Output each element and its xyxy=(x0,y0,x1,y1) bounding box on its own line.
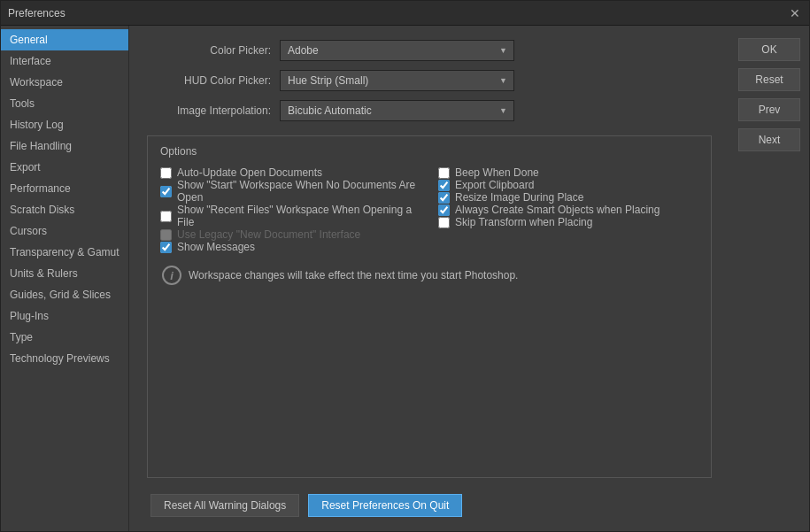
info-row: i Workspace changes will take effect the… xyxy=(160,266,698,285)
image-interpolation-row: Image Interpolation: Bicubic AutomaticPr… xyxy=(147,100,712,121)
info-icon: i xyxy=(162,266,181,285)
preferences-dialog: Preferences ✕ GeneralInterfaceWorkspaceT… xyxy=(0,0,810,532)
checkbox-label-left-4: Show Messages xyxy=(177,241,255,253)
checkbox-label-left-3: Use Legacy "New Document" Interface xyxy=(177,228,360,241)
image-interpolation-select[interactable]: Bicubic AutomaticPreserve Details 2.0Bic… xyxy=(280,100,514,121)
checkbox-label-left-0: Auto-Update Open Documents xyxy=(177,166,322,179)
checkbox-input-right-4[interactable] xyxy=(438,217,450,228)
sidebar-item-units---rulers[interactable]: Units & Rulers xyxy=(1,263,128,284)
options-left-col: Auto-Update Open DocumentsShow "Start" W… xyxy=(160,166,420,253)
sidebar-item-transparency---gamut[interactable]: Transparency & Gamut xyxy=(1,242,128,263)
options-right-col: Beep When DoneExport ClipboardResize Ima… xyxy=(438,166,698,253)
checkbox-label-right-4: Skip Transform when Placing xyxy=(455,216,592,228)
prev-button[interactable]: Prev xyxy=(738,98,800,121)
checkbox-right-1[interactable]: Export Clipboard xyxy=(438,179,698,191)
hud-color-picker-label: HUD Color Picker: xyxy=(147,74,280,87)
checkbox-right-2[interactable]: Resize Image During Place xyxy=(438,191,698,204)
main-panel: Color Picker: AdobeWindows HUD Color Pic… xyxy=(129,26,729,531)
hud-color-picker-select[interactable]: Hue Strip (Small)Hue Strip (Medium)Hue S… xyxy=(280,70,514,91)
sidebar-item-interface[interactable]: Interface xyxy=(1,50,128,72)
next-button[interactable]: Next xyxy=(738,128,800,151)
reset-warning-button[interactable]: Reset All Warning Dialogs xyxy=(150,494,299,517)
info-text: Workspace changes will take effect the n… xyxy=(189,269,518,281)
checkbox-left-4[interactable]: Show Messages xyxy=(160,241,420,253)
checkbox-right-3[interactable]: Always Create Smart Objects when Placing xyxy=(438,204,698,216)
checkbox-input-right-2[interactable] xyxy=(438,192,450,204)
hud-color-picker-select-wrapper[interactable]: Hue Strip (Small)Hue Strip (Medium)Hue S… xyxy=(280,70,514,91)
checkbox-input-left-1[interactable] xyxy=(160,186,172,197)
checkbox-label-left-2: Show "Recent Files" Workspace When Openi… xyxy=(177,204,420,228)
checkbox-left-0[interactable]: Auto-Update Open Documents xyxy=(160,166,420,179)
checkbox-label-right-2: Resize Image During Place xyxy=(455,191,583,204)
sidebar-item-export[interactable]: Export xyxy=(1,157,128,178)
sidebar-item-plug-ins[interactable]: Plug-Ins xyxy=(1,305,128,327)
close-button[interactable]: ✕ xyxy=(788,6,802,20)
ok-button[interactable]: OK xyxy=(738,38,800,61)
sidebar-item-guides--grid---slices[interactable]: Guides, Grid & Slices xyxy=(1,284,128,305)
reset-button[interactable]: Reset xyxy=(738,68,800,91)
right-buttons-panel: OK Reset Prev Next xyxy=(729,26,809,531)
title-bar: Preferences ✕ xyxy=(1,1,809,26)
sidebar-item-performance[interactable]: Performance xyxy=(1,178,128,199)
checkbox-input-left-0[interactable] xyxy=(160,167,172,179)
sidebar-item-cursors[interactable]: Cursors xyxy=(1,220,128,242)
color-picker-select-wrapper[interactable]: AdobeWindows xyxy=(280,40,514,61)
checkbox-input-right-3[interactable] xyxy=(438,204,450,216)
sidebar-item-technology-previews[interactable]: Technology Previews xyxy=(1,348,128,369)
dialog-content: GeneralInterfaceWorkspaceToolsHistory Lo… xyxy=(1,26,809,531)
reset-prefs-button[interactable]: Reset Preferences On Quit xyxy=(308,494,462,517)
checkbox-input-right-1[interactable] xyxy=(438,180,450,191)
sidebar-item-scratch-disks[interactable]: Scratch Disks xyxy=(1,199,128,220)
hud-color-picker-row: HUD Color Picker: Hue Strip (Small)Hue S… xyxy=(147,70,712,91)
image-interpolation-select-wrapper[interactable]: Bicubic AutomaticPreserve Details 2.0Bic… xyxy=(280,100,514,121)
sidebar-item-general[interactable]: General xyxy=(1,29,128,50)
checkbox-input-left-3 xyxy=(160,229,172,241)
checkbox-left-3: Use Legacy "New Document" Interface xyxy=(160,228,420,241)
checkbox-label-left-1: Show "Start" Workspace When No Documents… xyxy=(177,179,420,204)
options-box: Options Auto-Update Open DocumentsShow "… xyxy=(147,135,712,478)
checkbox-input-left-2[interactable] xyxy=(160,211,172,222)
sidebar-item-type[interactable]: Type xyxy=(1,327,128,348)
sidebar-item-tools[interactable]: Tools xyxy=(1,93,128,114)
sidebar-item-file-handling[interactable]: File Handling xyxy=(1,135,128,157)
image-interpolation-label: Image Interpolation: xyxy=(147,104,280,117)
checkbox-label-right-3: Always Create Smart Objects when Placing xyxy=(455,204,660,216)
color-picker-select[interactable]: AdobeWindows xyxy=(280,40,514,61)
checkbox-input-right-0[interactable] xyxy=(438,167,450,179)
checkbox-right-0[interactable]: Beep When Done xyxy=(438,166,698,179)
dialog-title: Preferences xyxy=(8,7,66,19)
sidebar: GeneralInterfaceWorkspaceToolsHistory Lo… xyxy=(1,26,129,531)
checkbox-label-right-1: Export Clipboard xyxy=(455,179,534,191)
checkbox-left-2[interactable]: Show "Recent Files" Workspace When Openi… xyxy=(160,204,420,228)
color-picker-row: Color Picker: AdobeWindows xyxy=(147,40,712,61)
color-picker-label: Color Picker: xyxy=(147,44,280,57)
sidebar-item-history-log[interactable]: History Log xyxy=(1,114,128,135)
checkbox-right-4[interactable]: Skip Transform when Placing xyxy=(438,216,698,228)
checkbox-label-right-0: Beep When Done xyxy=(455,166,539,179)
checkbox-input-left-4[interactable] xyxy=(160,242,172,253)
options-title: Options xyxy=(160,145,698,158)
checkbox-left-1[interactable]: Show "Start" Workspace When No Documents… xyxy=(160,179,420,204)
bottom-buttons: Reset All Warning Dialogs Reset Preferen… xyxy=(147,494,712,517)
sidebar-item-workspace[interactable]: Workspace xyxy=(1,72,128,93)
options-grid: Auto-Update Open DocumentsShow "Start" W… xyxy=(160,166,698,253)
